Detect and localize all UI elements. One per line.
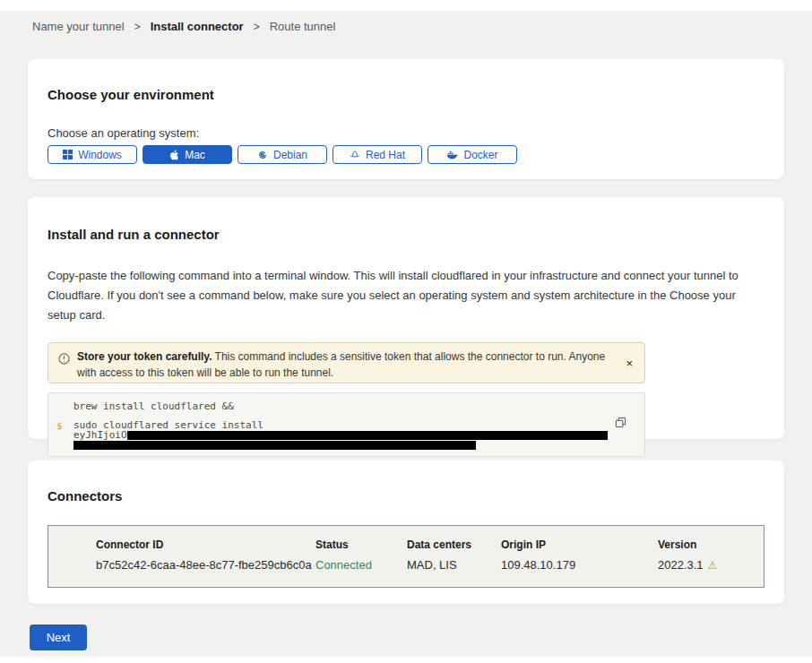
os-button-windows[interactable]: Windows	[48, 145, 137, 164]
environment-card: Choose your environment Choose an operat…	[28, 59, 784, 179]
os-button-label: Debian	[273, 149, 307, 161]
connector-description: Copy-paste the following command into a …	[48, 266, 759, 325]
os-button-redhat[interactable]: Red Hat	[333, 145, 422, 164]
connectors-card-title: Connectors	[48, 461, 764, 504]
os-button-label: Red Hat	[366, 149, 405, 161]
docker-icon	[446, 150, 458, 159]
token-prefix: eyJhIjoiO	[73, 430, 127, 440]
install-command-block: $ brew install cloudflared && sudo cloud…	[48, 392, 645, 457]
copy-icon[interactable]	[615, 417, 626, 431]
version-value: 2022.3.1 ⚠	[658, 558, 764, 572]
token-warning-bold: Store your token carefully.	[77, 350, 212, 363]
token-line: eyJhIjoiO	[73, 430, 644, 440]
next-button[interactable]: Next	[30, 624, 87, 650]
os-button-label: Windows	[78, 149, 122, 161]
warning-triangle-icon: ⚠	[708, 559, 718, 572]
command-line-2: sudo cloudflared service install	[73, 420, 644, 430]
connectors-table-header: Connector ID Status Data centers Origin …	[96, 538, 764, 551]
alert-circle-icon	[58, 352, 70, 368]
breadcrumb-separator: >	[134, 21, 141, 33]
col-header-origin-ip: Origin IP	[501, 538, 658, 551]
connector-id-value: b7c52c42-6caa-48ee-8c77-fbe259cb6c0a	[96, 558, 315, 572]
os-select-label: Choose an operating system:	[48, 126, 764, 140]
environment-card-title: Choose your environment	[48, 59, 764, 102]
redhat-icon	[350, 150, 360, 159]
connectors-card: Connectors Connector ID Status Data cent…	[28, 461, 784, 604]
redacted-token-bar	[73, 441, 476, 450]
breadcrumb-name-your-tunnel[interactable]: Name your tunnel	[32, 20, 125, 33]
col-header-version: Version	[658, 538, 764, 551]
col-header-connector-id: Connector ID	[96, 538, 315, 551]
os-button-mac[interactable]: Mac	[143, 145, 232, 164]
redacted-token-bar	[127, 431, 608, 440]
origin-ip-value: 109.48.10.179	[501, 558, 658, 572]
breadcrumb-route-tunnel[interactable]: Route tunnel	[270, 20, 336, 33]
token-line-2	[73, 440, 644, 450]
debian-icon	[257, 150, 268, 160]
token-warning-banner: Store your token carefully. This command…	[48, 342, 645, 383]
os-button-group: Windows Mac Debian	[48, 145, 764, 164]
close-icon[interactable]: ×	[626, 357, 633, 369]
breadcrumb: Name your tunnel > Install connector > R…	[32, 20, 335, 33]
connector-card-title: Install and run a connector	[48, 197, 764, 242]
os-button-label: Docker	[463, 149, 497, 161]
os-button-docker[interactable]: Docker	[428, 145, 517, 164]
top-white-band	[0, 0, 812, 11]
bottom-white-band	[0, 657, 812, 663]
status-badge: Connected	[315, 558, 407, 572]
version-number: 2022.3.1	[658, 558, 704, 572]
data-centers-value: MAD, LIS	[407, 558, 501, 572]
breadcrumb-separator: >	[254, 21, 260, 33]
os-button-debian[interactable]: Debian	[238, 145, 327, 164]
command-line-1: brew install cloudflared &&	[73, 401, 644, 411]
apple-icon	[169, 150, 179, 160]
token-warning-text: Store your token carefully. This command…	[77, 349, 614, 381]
table-row: b7c52c42-6caa-48ee-8c77-fbe259cb6c0a Con…	[96, 558, 764, 572]
connectors-table: Connector ID Status Data centers Origin …	[48, 525, 764, 588]
shell-prompt: $	[56, 420, 63, 432]
os-button-label: Mac	[185, 149, 205, 161]
col-header-data-centers: Data centers	[407, 538, 501, 551]
windows-icon	[63, 150, 73, 159]
breadcrumb-install-connector[interactable]: Install connector	[151, 20, 244, 33]
connector-card: Install and run a connector Copy-paste t…	[28, 197, 784, 439]
col-header-status: Status	[315, 538, 407, 551]
